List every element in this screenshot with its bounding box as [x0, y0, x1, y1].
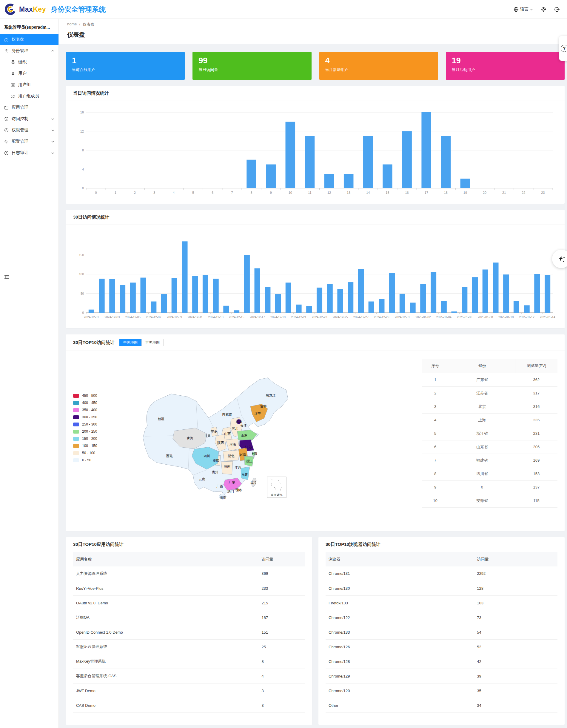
table-row: 90137 [422, 480, 557, 494]
legend-swatch [73, 444, 79, 448]
brand-logo[interactable]: MaxKey 身份安全管理系统 [4, 3, 106, 16]
sidebar-item-app-mgmt[interactable]: 应用管理 [0, 102, 59, 113]
breadcrumb-home[interactable]: home [67, 22, 77, 27]
table-cell: 206 [515, 440, 557, 454]
sidebar-item-permission-mgmt[interactable]: 权限管理 [0, 125, 59, 136]
legend-item[interactable]: 300 - 350 [73, 414, 118, 421]
table-cell: 江苏省 [449, 386, 515, 400]
bar [514, 301, 519, 313]
table-row: 6山东省206 [422, 440, 557, 454]
bar [382, 165, 392, 188]
panel-title: 30日TOP10浏览器访问统计 [325, 542, 380, 547]
table-row: 客服后台管理系统-CAS4 [73, 669, 305, 684]
sidebar-item-audit-log[interactable]: 日志审计 [0, 147, 59, 159]
bar [441, 136, 451, 188]
sidebar-item-organizations[interactable]: 组织 [0, 56, 59, 68]
sidebar-item-config-mgmt[interactable]: 配置管理 [0, 136, 59, 147]
bar [348, 282, 353, 313]
province-label: 湖南 [224, 465, 231, 468]
table-cell: 上海 [449, 413, 515, 427]
bar [421, 112, 431, 188]
stat-card-online-users[interactable]: 1 当前在线用户 [66, 52, 185, 80]
shield-check-icon [4, 117, 9, 121]
svg-text:17: 17 [425, 191, 428, 194]
legend-item[interactable]: 350 - 400 [73, 406, 118, 414]
legend-swatch [73, 451, 79, 455]
language-menu[interactable]: 语言 [514, 7, 533, 12]
settings-button[interactable] [541, 7, 546, 12]
help-widget[interactable]: ? [559, 36, 567, 61]
badge-icon [4, 128, 9, 133]
legend-item[interactable]: 100 - 150 [73, 442, 118, 449]
svg-text:14: 14 [366, 191, 370, 194]
table-cell: 人力资源管理系统 [73, 566, 259, 581]
tab-world-map[interactable]: 世界地图 [142, 339, 164, 346]
bar [420, 284, 426, 313]
svg-text:南海诸岛: 南海诸岛 [271, 493, 283, 497]
tab-china-map[interactable]: 中国地图 [119, 339, 142, 346]
chevron-down-icon [51, 152, 54, 154]
table-row: 4上海235 [422, 413, 557, 427]
table-row: 泛微OA187 [73, 610, 305, 625]
table-cell: 1 [422, 373, 449, 386]
brand-suffix: 身份安全管理系统 [51, 5, 106, 14]
sidebar-item-dashboard[interactable]: 仪表盘 [0, 34, 59, 45]
legend-item[interactable]: 450 - 500 [73, 392, 118, 399]
table-cell: 42 [474, 654, 557, 669]
breadcrumb: home / 仪表盘 [67, 22, 559, 27]
legend-item[interactable]: 50 - 100 [73, 449, 118, 457]
legend-swatch [73, 394, 79, 398]
bar [296, 305, 301, 313]
user-card-icon [11, 83, 15, 87]
legend-item[interactable]: 400 - 450 [73, 399, 118, 406]
legend-item[interactable]: 250 - 300 [73, 421, 118, 428]
province-label: 江苏 [245, 445, 252, 449]
table-cell: Chrome/122 [325, 610, 474, 625]
svg-text:13: 13 [347, 191, 350, 194]
table-cell: 73 [474, 610, 557, 625]
table-row: 人力资源管理系统369 [73, 566, 305, 581]
table-cell: 317 [515, 386, 557, 400]
stat-card-daily-visits[interactable]: 99 当日访问量 [193, 52, 311, 80]
bar [451, 311, 457, 313]
table-cell: 233 [259, 581, 305, 596]
table-cell: 52 [474, 640, 557, 654]
legend-item[interactable]: 150 - 200 [73, 435, 118, 442]
svg-text:2025-01-14: 2025-01-14 [540, 316, 555, 319]
stat-card-new-users-month[interactable]: 4 当月新增用户 [319, 52, 438, 80]
legend-item[interactable]: 0 - 50 [73, 457, 118, 464]
svg-text:15: 15 [385, 191, 389, 194]
legend-item[interactable]: 200 - 250 [73, 428, 118, 435]
sidebar-item-identity-mgmt[interactable]: 身份管理 [0, 45, 59, 56]
bar [389, 273, 395, 313]
table-row: 7福建省169 [422, 454, 557, 467]
gear-icon [541, 7, 546, 12]
table-row: Chrome/12273 [325, 610, 557, 625]
sidebar-item-group-members[interactable]: 用户组成员 [0, 90, 59, 102]
table-cell: 231 [515, 427, 557, 440]
legend-swatch [73, 401, 79, 405]
logout-button[interactable] [554, 7, 560, 12]
globe-icon [514, 7, 519, 12]
stat-card-active-users-month[interactable]: 19 当月活动用户 [446, 52, 565, 80]
bar [285, 122, 295, 188]
bar [358, 269, 364, 313]
col-header-visits: 访问量 [474, 552, 557, 566]
panel-top10-regions: 30日TOP10访问统计 中国地图 世界地图 450 - 500400 - 45… [66, 334, 565, 531]
bar [109, 279, 115, 313]
brand-name: MaxKey [19, 5, 46, 13]
sidebar-item-user-groups[interactable]: 用户组 [0, 79, 59, 90]
sidebar-item-access-control[interactable]: 访问控制 [0, 113, 59, 125]
svg-text:19: 19 [463, 191, 467, 194]
table-cell: Chrome/126 [325, 640, 474, 654]
table-row: 8四川省153 [422, 467, 557, 480]
map-legend: 450 - 500400 - 450350 - 400300 - 350250 … [73, 392, 118, 508]
table-row: 2江苏省317 [422, 386, 557, 400]
sidebar-collapse-button[interactable] [4, 275, 9, 280]
sidebar-item-users[interactable]: 用户 [0, 68, 59, 79]
table-row: Chrome/12842 [325, 654, 557, 669]
legend-swatch [73, 408, 79, 412]
province-label: 澳门 [228, 489, 234, 493]
svg-text:2024-12-31: 2024-12-31 [395, 316, 410, 319]
bar [472, 277, 478, 313]
